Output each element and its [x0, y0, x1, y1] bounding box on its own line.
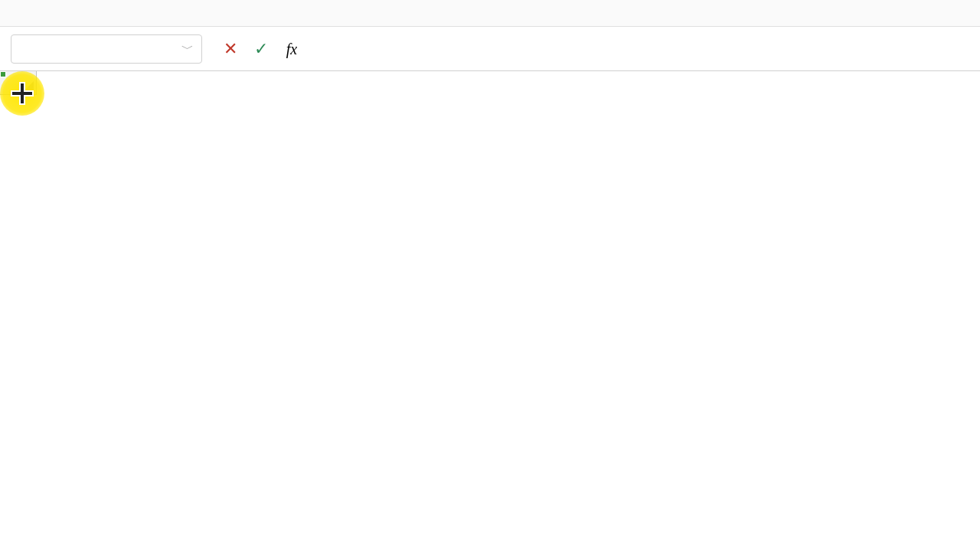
name-box[interactable]: ﹀ [11, 34, 202, 64]
cancel-icon[interactable]: ✕ [220, 39, 240, 59]
fx-icon[interactable]: fx [282, 39, 302, 59]
formula-bar: ﹀ ✕ ✓ fx [0, 27, 980, 71]
chevron-down-icon[interactable]: ﹀ [181, 41, 194, 57]
toolbar [0, 0, 980, 27]
formula-input[interactable] [320, 34, 969, 63]
formula-controls: ✕ ✓ fx [220, 34, 302, 63]
confirm-icon[interactable]: ✓ [251, 39, 271, 59]
fill-handle[interactable] [0, 71, 6, 77]
spreadsheet[interactable] [0, 71, 980, 531]
